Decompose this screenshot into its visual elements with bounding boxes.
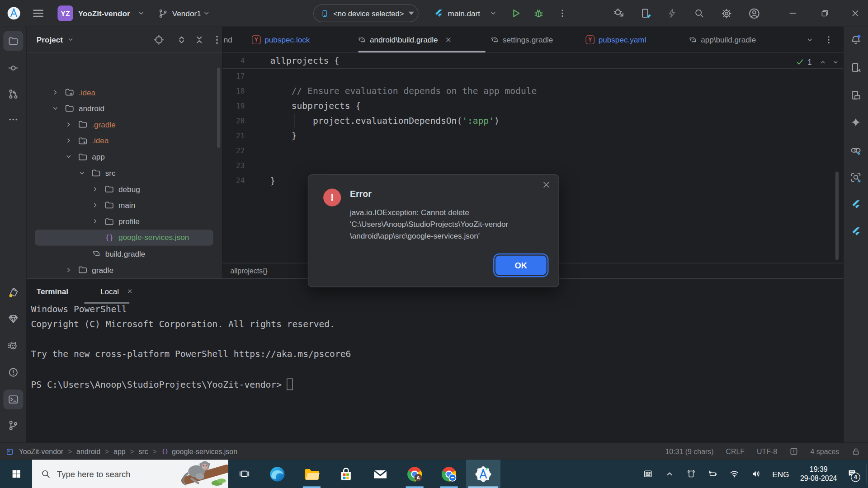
main-menu-button[interactable] (32, 0, 44, 27)
branch-chevron-icon[interactable] (203, 0, 210, 27)
vcs-branch-icon[interactable] (158, 0, 168, 27)
code-preview-tool-icon[interactable] (850, 172, 861, 183)
start-button[interactable] (0, 460, 32, 488)
gemini-tool-icon[interactable] (850, 117, 861, 127)
settings-gear-button[interactable] (722, 0, 732, 27)
terminal-tab-local[interactable]: Local (100, 287, 133, 296)
code-line[interactable]: 18 // Ensure evaluation depends on the a… (222, 84, 843, 99)
select-opened-file-button[interactable] (153, 34, 164, 45)
taskbar-clock[interactable]: 19:39 29-08-2024 (800, 465, 837, 483)
tree-expand-icon[interactable] (52, 88, 59, 96)
code-line[interactable]: 17 (222, 69, 843, 84)
terminal-title[interactable]: Terminal (37, 287, 68, 296)
tree-collapse-icon[interactable] (78, 169, 86, 177)
tray-volume-icon[interactable] (751, 469, 761, 479)
tree-expand-icon[interactable] (65, 121, 72, 128)
window-close-button[interactable] (843, 0, 868, 27)
taskbar-app-android-studio[interactable] (466, 460, 500, 488)
tree-expand-icon[interactable] (91, 217, 99, 225)
window-restore-button[interactable] (811, 0, 838, 27)
tree-row[interactable]: .idea (27, 132, 222, 149)
project-chevron-icon[interactable] (137, 0, 145, 27)
code-line[interactable]: 21 } (222, 128, 843, 143)
tray-chevron-up-icon[interactable] (665, 469, 675, 479)
breadcrumb-item[interactable]: android (76, 447, 100, 455)
editor-tab[interactable]: Ypubspec.lock (252, 27, 310, 53)
run-config-selector[interactable]: main.dart (448, 0, 480, 27)
flutter-b-tool-icon[interactable] (850, 226, 861, 237)
tree-row[interactable]: app (27, 149, 222, 165)
device-mirror-button[interactable] (640, 0, 651, 27)
task-view-button[interactable] (228, 460, 260, 488)
tree-collapse-icon[interactable] (65, 153, 72, 160)
run-config-chevron-icon[interactable] (489, 0, 497, 27)
debug-button[interactable] (533, 0, 544, 27)
ok-button[interactable]: OK (495, 256, 547, 275)
code-line[interactable]: 19 subprojects { (222, 99, 843, 113)
tray-wifi-icon[interactable] (730, 469, 739, 479)
editor-tab[interactable]: app\build.gradle (688, 27, 756, 53)
editor-tab[interactable]: nd (224, 27, 232, 53)
breadcrumb-item[interactable]: app (113, 447, 126, 455)
window-minimize-button[interactable] (779, 0, 806, 27)
project-badge[interactable]: YZ (57, 0, 73, 27)
editor-breadcrumb[interactable]: allprojects{} (230, 267, 267, 275)
project-widget-icon[interactable] (5, 447, 14, 455)
hot-reload-button[interactable] (667, 0, 677, 27)
problems-tool-icon[interactable] (8, 367, 19, 378)
code-line[interactable]: 22 (222, 143, 843, 158)
tree-expand-icon[interactable] (65, 137, 72, 145)
prev-problem-icon[interactable] (820, 58, 827, 66)
editor-tab[interactable]: settings.gradle (490, 27, 553, 53)
tray-tablet-mode-icon[interactable] (687, 469, 696, 479)
pull-requests-tool-icon[interactable] (8, 89, 19, 99)
breadcrumb-item[interactable]: src (139, 447, 148, 455)
project-scrollbar-thumb[interactable] (217, 67, 220, 148)
unlock-icon[interactable] (851, 447, 860, 456)
tree-row[interactable]: main (27, 197, 222, 213)
device-manager-tool-icon[interactable] (850, 62, 861, 73)
tree-row[interactable]: gradle (27, 262, 222, 278)
tab-options-icon[interactable] (824, 35, 834, 45)
dialog-close-icon[interactable] (542, 180, 551, 189)
flutter-a-tool-icon[interactable] (850, 199, 861, 210)
running-devices-tool-icon[interactable] (850, 89, 861, 100)
tab-list-chevron-icon[interactable] (806, 36, 814, 44)
file-encoding[interactable]: UTF-8 (757, 447, 777, 455)
editor-scrollbar-thumb[interactable] (835, 172, 839, 260)
tab-close-icon[interactable] (445, 36, 452, 43)
taskbar-search[interactable] (32, 460, 228, 488)
inspection-widget-icon[interactable] (789, 447, 798, 456)
tree-row[interactable]: .idea (27, 84, 222, 100)
language-indicator[interactable]: ENG (772, 469, 789, 479)
line-ending[interactable]: CRLF (726, 447, 745, 455)
tree-row[interactable]: src (27, 165, 222, 181)
flutter-performance-tool-icon[interactable] (8, 313, 19, 324)
app-quality-insights-tool-icon[interactable] (8, 340, 19, 351)
show-desktop-divider[interactable] (866, 465, 866, 483)
taskbar-app-file-explorer[interactable] (294, 460, 329, 488)
project-tool-icon[interactable] (8, 35, 19, 46)
terminal-tool-icon[interactable] (8, 394, 19, 405)
breadcrumb-item[interactable]: YooZit-vendor (19, 447, 64, 455)
tree-row[interactable]: .gradle (27, 117, 222, 133)
taskbar-app-chrome-blocked[interactable] (432, 460, 466, 488)
tree-expand-icon[interactable] (65, 266, 72, 274)
code-line[interactable]: 23 (222, 158, 843, 173)
editor-tab[interactable]: Ypubspec.yaml (586, 27, 646, 53)
tree-row[interactable]: build.gradle (27, 246, 222, 262)
terminal-output[interactable]: Windows PowerShellCopyright (C) Microsof… (31, 304, 843, 393)
project-view-chevron-icon[interactable] (67, 36, 75, 43)
taskbar-app-edge[interactable] (260, 460, 295, 488)
notification-center-button[interactable]: 4 (847, 468, 857, 480)
device-selector[interactable]: <no device selected> (313, 5, 419, 22)
tree-row[interactable]: {} google-services.json (27, 230, 222, 246)
more-tool-icon[interactable] (8, 114, 19, 125)
account-avatar-button[interactable] (749, 0, 760, 27)
terminal-tab-close-icon[interactable] (127, 288, 132, 294)
search-input[interactable] (56, 469, 158, 479)
tree-expand-icon[interactable] (91, 202, 99, 209)
dart-analysis-tool-icon[interactable] (8, 287, 19, 298)
tree-collapse-icon[interactable] (52, 104, 59, 112)
taskbar-app-chrome-profile[interactable]: A (397, 460, 432, 488)
